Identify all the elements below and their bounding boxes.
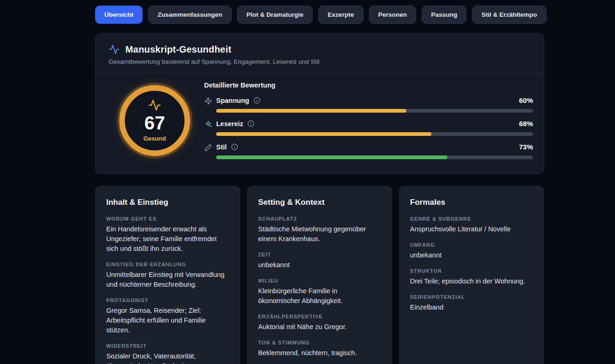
tab-plot-dramaturgie[interactable]: Plot & Dramaturgie <box>237 6 313 24</box>
section-text: Drei Teile; episodisch in der Wohnung. <box>410 276 533 286</box>
tab-personen[interactable]: Personen <box>369 6 417 24</box>
pulse-icon <box>148 99 161 112</box>
tab-übersicht[interactable]: Übersicht <box>95 6 143 24</box>
info-card-title: Setting & Kontext <box>258 198 381 207</box>
info-card-title: Inhalt & Einstieg <box>106 198 229 207</box>
detailed-rating-title: Detaillierte Bewertung <box>204 81 533 89</box>
zap-icon <box>204 96 216 113</box>
info-card-setting-kontext: Setting & Kontext Schauplatz Städtische … <box>247 186 392 364</box>
section-label: Erzählperspektive <box>258 314 381 319</box>
health-score-label: Gesund <box>144 135 166 142</box>
health-card-header: Manuskript-Gesundheit Gesamtbewertung ba… <box>96 34 544 73</box>
metric-value: 73% <box>519 143 533 151</box>
metric-label: Spannung <box>216 97 249 104</box>
section-text: Sozialer Druck, Vaterautorität, ökonomis… <box>106 351 229 364</box>
section-text: Auktorial mit Nähe zu Gregor. <box>258 322 381 332</box>
section-label: Umfang <box>410 242 533 248</box>
metric-label: Lesereiz <box>216 120 243 128</box>
section-label: Genre & Subgenre <box>410 216 533 222</box>
section-label: Widerstreit <box>106 343 229 349</box>
section-label: Milieu <box>258 278 381 283</box>
info-card-formales: Formales Genre & Subgenre Anspruchsvolle… <box>399 186 544 364</box>
page-content: ÜbersichtZusammenfassungenPlot & Dramatu… <box>95 6 544 364</box>
metric-row: Lesereiz 68% <box>204 120 533 136</box>
section-text: Städtische Mietwohnung gegenüber einem K… <box>258 224 381 244</box>
metric-progress-track <box>216 155 533 159</box>
health-gauge-wrap: 67 Gesund <box>107 85 203 156</box>
section-text: Kleinbürgerliche Familie in ökonomischer… <box>258 286 381 306</box>
section-label: Ton & Stimmung <box>258 340 381 345</box>
health-score: 67 <box>144 114 165 132</box>
section-text: Einzelband <box>410 303 533 312</box>
metric-value: 60% <box>519 96 533 104</box>
info-card-title: Formales <box>410 198 533 207</box>
section-text: Unmittelbarer Einstieg mit Verwandlung u… <box>106 270 229 290</box>
metric-progress-track <box>216 109 533 113</box>
card-section: Struktur Drei Teile; episodisch in der W… <box>410 268 533 286</box>
metric-value: 68% <box>519 120 533 128</box>
metric-progress-fill <box>216 132 431 136</box>
card-section: Milieu Kleinbürgerliche Familie in ökono… <box>258 278 381 306</box>
card-section: Worum geht es Ein Handelsreisender erwac… <box>106 216 229 254</box>
sparkles-icon <box>204 120 216 136</box>
info-card-inhalt-einstieg: Inhalt & Einstieg Worum geht es Ein Hand… <box>95 186 240 364</box>
activity-icon <box>109 44 120 55</box>
metric-progress-track <box>216 132 533 136</box>
section-text: unbekannt <box>410 250 533 260</box>
section-label: Einstieg der Erzählung <box>106 262 229 267</box>
card-section: Genre & Subgenre Anspruchsvolle Literatu… <box>410 216 533 234</box>
tab-stil-erzähltempo[interactable]: Stil & Erzähltempo <box>472 6 546 24</box>
manuscript-health-card: Manuskript-Gesundheit Gesamtbewertung ba… <box>95 33 544 174</box>
card-section: Einstieg der Erzählung Unmittelbarer Ein… <box>106 262 229 290</box>
card-section: Erzählperspektive Auktorial mit Nähe zu … <box>258 314 381 332</box>
card-section: Widerstreit Sozialer Druck, Vaterautorit… <box>106 343 229 364</box>
info-icon[interactable] <box>247 120 254 127</box>
card-section: Protagonist Gregor Samsa, Reisender; Zie… <box>106 297 229 335</box>
metric-row: Spannung 60% <box>204 96 533 113</box>
metric-row: Stil 73% <box>204 143 533 159</box>
info-icon[interactable] <box>231 143 238 150</box>
section-text: Ein Handelsreisender erwacht als Ungezie… <box>106 224 229 254</box>
section-label: Worum geht es <box>106 216 229 222</box>
section-label: Schauplatz <box>258 216 381 222</box>
tab-exzerpte[interactable]: Exzerpte <box>318 6 363 24</box>
card-section: Schauplatz Städtische Mietwohnung gegenü… <box>258 216 381 244</box>
health-card-title: Manuskript-Gesundheit <box>125 44 232 55</box>
metric-progress-fill <box>216 155 447 159</box>
metrics-list: Spannung 60% Lesereiz 68% <box>204 96 533 159</box>
section-text: Gregor Samsa, Reisender; Ziel: Arbeitspf… <box>106 306 229 335</box>
section-text: Anspruchsvolle Literatur / Novelle <box>410 224 533 234</box>
section-label: Struktur <box>410 268 533 274</box>
section-label: Zeit <box>258 252 381 257</box>
card-section: Ton & Stimmung Beklemmend, nüchtern, tra… <box>258 340 381 358</box>
detailed-rating-panel: Detaillierte Bewertung Spannung 60% Lese… <box>203 81 533 159</box>
metric-progress-fill <box>216 109 406 113</box>
health-card-subtitle: Gesamtbewertung basierend auf Spannung, … <box>109 58 531 65</box>
tab-passung[interactable]: Passung <box>422 6 466 24</box>
section-text: unbekannt <box>258 260 381 270</box>
info-icon[interactable] <box>253 97 260 104</box>
tab-bar: ÜbersichtZusammenfassungenPlot & Dramatu… <box>95 6 544 24</box>
info-cards-row: Inhalt & Einstieg Worum geht es Ein Hand… <box>95 186 544 364</box>
health-gauge: 67 Gesund <box>119 85 190 156</box>
tab-zusammenfassungen[interactable]: Zusammenfassungen <box>148 6 232 24</box>
section-label: Protagonist <box>106 297 229 303</box>
section-text: Beklemmend, nüchtern, tragisch. <box>258 348 381 358</box>
section-label: Serienpotenzial <box>410 294 533 300</box>
card-section: Zeit unbekannt <box>258 252 381 270</box>
pencil-icon <box>204 143 216 159</box>
card-section: Serienpotenzial Einzelband <box>410 294 533 312</box>
metric-label: Stil <box>216 143 227 151</box>
card-section: Umfang unbekannt <box>410 242 533 260</box>
